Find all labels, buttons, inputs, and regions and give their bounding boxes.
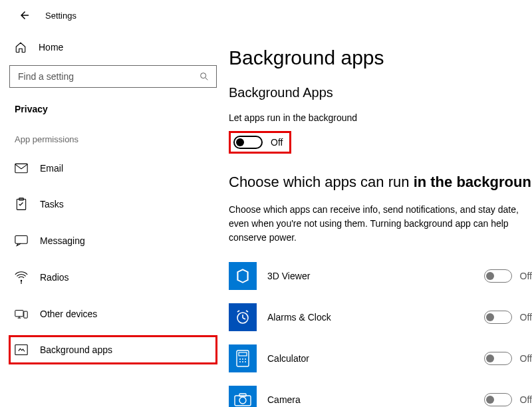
app-icon-3d-viewer bbox=[229, 262, 257, 290]
app-name: Camera bbox=[267, 394, 427, 405]
svg-rect-19 bbox=[239, 352, 247, 356]
window-header: Settings bbox=[0, 0, 532, 28]
app-toggle[interactable] bbox=[484, 352, 512, 365]
tasks-icon bbox=[15, 198, 28, 211]
app-icon-calculator bbox=[229, 344, 257, 372]
app-icon-alarms-clock bbox=[229, 303, 257, 331]
devices-icon bbox=[15, 308, 28, 320]
messaging-icon bbox=[15, 235, 28, 247]
sidebar-group-label: App permissions bbox=[9, 130, 217, 155]
svg-line-16 bbox=[237, 311, 239, 312]
sidebar-home[interactable]: Home bbox=[9, 35, 217, 65]
svg-point-23 bbox=[239, 361, 241, 362]
sidebar-item-messaging[interactable]: Messaging bbox=[9, 227, 217, 255]
section2-title-a: Choose which apps can run bbox=[229, 174, 414, 190]
home-icon bbox=[15, 41, 27, 53]
app-row-3d-viewer: 3D Viewer Off bbox=[229, 255, 532, 297]
svg-point-24 bbox=[242, 361, 243, 362]
app-icon-camera bbox=[229, 386, 257, 407]
section2-title: Choose which apps can run in the backgro… bbox=[229, 174, 532, 191]
email-icon bbox=[15, 163, 28, 174]
page-title: Background apps bbox=[229, 47, 532, 69]
app-state: Off bbox=[520, 312, 532, 323]
svg-rect-11 bbox=[24, 311, 27, 318]
master-toggle-label: Off bbox=[271, 137, 283, 148]
svg-point-22 bbox=[245, 358, 246, 360]
app-row-alarms-clock: Alarms & Clock Off bbox=[229, 297, 532, 338]
svg-line-17 bbox=[246, 311, 248, 312]
svg-point-20 bbox=[239, 358, 241, 360]
sidebar-item-other-devices[interactable]: Other devices bbox=[9, 300, 217, 328]
master-toggle-row: Off bbox=[229, 131, 291, 154]
search-icon bbox=[199, 71, 209, 82]
app-name: 3D Viewer bbox=[267, 271, 427, 281]
app-toggle[interactable] bbox=[484, 269, 512, 283]
toggle-knob bbox=[486, 354, 494, 362]
app-state: Off bbox=[520, 271, 532, 281]
sidebar: Home Find a setting Privacy App permissi… bbox=[0, 28, 226, 407]
sidebar-item-tasks[interactable]: Tasks bbox=[9, 190, 217, 219]
sidebar-item-label: Tasks bbox=[40, 199, 64, 209]
section1-desc: Let apps run in the background bbox=[229, 112, 532, 123]
search-input[interactable]: Find a setting bbox=[9, 65, 217, 88]
svg-point-27 bbox=[239, 397, 246, 404]
toggle-knob bbox=[486, 272, 494, 280]
sidebar-home-label: Home bbox=[39, 42, 63, 53]
app-state: Off bbox=[520, 394, 532, 405]
search-placeholder: Find a setting bbox=[18, 71, 74, 82]
sidebar-section-label: Privacy bbox=[9, 100, 217, 130]
sidebar-item-radios[interactable]: Radios bbox=[9, 263, 217, 292]
sidebar-item-email[interactable]: Email bbox=[9, 155, 217, 182]
sidebar-item-label: Email bbox=[40, 163, 63, 174]
content-panel: Background apps Background Apps Let apps… bbox=[226, 28, 532, 407]
app-state: Off bbox=[520, 353, 532, 364]
app-toggle[interactable] bbox=[484, 393, 512, 406]
section2-desc: Choose which apps can receive info, send… bbox=[229, 203, 532, 245]
svg-rect-2 bbox=[15, 164, 27, 172]
background-apps-icon bbox=[15, 344, 28, 356]
radios-icon bbox=[15, 271, 28, 284]
svg-line-15 bbox=[243, 318, 245, 319]
app-name: Calculator bbox=[267, 353, 427, 364]
sidebar-item-label: Messaging bbox=[40, 235, 85, 246]
app-toggle[interactable] bbox=[484, 311, 512, 324]
svg-point-21 bbox=[242, 358, 243, 360]
toggle-knob bbox=[486, 313, 494, 321]
arrow-left-icon bbox=[19, 9, 31, 21]
sidebar-item-label: Radios bbox=[40, 272, 69, 283]
section2-title-b: in the backgroun bbox=[414, 174, 531, 190]
sidebar-item-background-apps[interactable]: Background apps bbox=[9, 336, 217, 364]
svg-point-0 bbox=[201, 73, 206, 78]
section1-title: Background Apps bbox=[229, 85, 532, 100]
svg-line-1 bbox=[205, 78, 207, 80]
sidebar-item-label: Background apps bbox=[40, 344, 112, 355]
master-toggle[interactable] bbox=[233, 136, 263, 149]
toggle-knob bbox=[236, 138, 244, 146]
app-row-calculator: Calculator Off bbox=[229, 338, 532, 379]
sidebar-item-label: Other devices bbox=[40, 309, 97, 319]
svg-rect-8 bbox=[15, 311, 23, 317]
svg-rect-5 bbox=[15, 236, 27, 244]
svg-rect-28 bbox=[239, 394, 246, 396]
svg-point-25 bbox=[245, 361, 246, 362]
window-title: Settings bbox=[45, 11, 76, 21]
app-name: Alarms & Clock bbox=[267, 312, 427, 323]
app-row-camera: Camera Off bbox=[229, 379, 532, 407]
back-button[interactable] bbox=[19, 9, 31, 21]
toggle-knob bbox=[486, 396, 494, 404]
